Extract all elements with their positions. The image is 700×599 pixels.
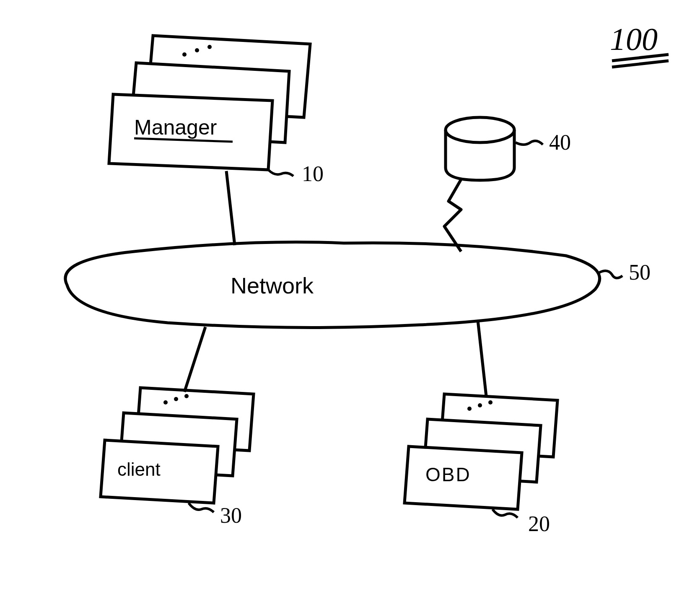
database-ref: 40 — [549, 130, 571, 155]
obd-ref: 20 — [528, 511, 550, 536]
database-leader — [516, 141, 543, 145]
svg-point-4 — [163, 400, 168, 405]
figure-number: 100 — [610, 21, 658, 57]
svg-point-2 — [207, 45, 212, 49]
network-leader — [599, 271, 622, 278]
obd-to-network — [478, 321, 486, 396]
network-ref: 50 — [629, 260, 651, 285]
client-to-network — [184, 327, 205, 392]
svg-point-6 — [184, 394, 189, 398]
manager-stack — [109, 36, 310, 170]
manager-to-network — [226, 171, 235, 245]
svg-line-11 — [612, 61, 669, 67]
svg-point-0 — [182, 52, 187, 57]
client-label: client — [117, 459, 161, 480]
network-cloud — [65, 242, 600, 328]
svg-point-5 — [174, 397, 178, 401]
network-label: Network — [231, 272, 314, 298]
obd-stack — [404, 394, 557, 509]
client-stack — [101, 388, 254, 503]
database-cylinder — [446, 117, 514, 180]
obd-label: OBD — [425, 463, 471, 486]
manager-leader — [268, 170, 293, 176]
manager-ref: 10 — [302, 161, 324, 186]
svg-point-8 — [478, 403, 482, 407]
client-ref: 30 — [220, 503, 242, 528]
diagram-canvas — [0, 0, 700, 599]
client-leader — [189, 503, 214, 512]
svg-point-9 — [488, 400, 493, 405]
svg-point-1 — [195, 48, 199, 52]
manager-label: Manager — [134, 115, 217, 140]
svg-point-3 — [446, 117, 514, 143]
database-to-network — [444, 179, 461, 252]
svg-point-7 — [467, 407, 472, 411]
